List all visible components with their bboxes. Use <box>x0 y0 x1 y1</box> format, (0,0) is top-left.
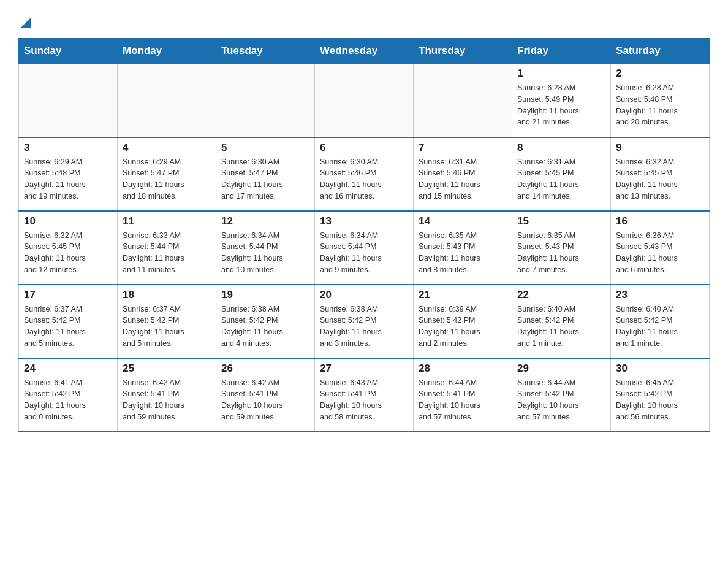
day-number: 24 <box>24 362 112 375</box>
page-header <box>18 12 710 32</box>
calendar-cell: 23Sunrise: 6:40 AM Sunset: 5:42 PM Dayli… <box>611 285 710 358</box>
day-info: Sunrise: 6:45 AM Sunset: 5:42 PM Dayligh… <box>616 377 704 423</box>
day-info: Sunrise: 6:39 AM Sunset: 5:42 PM Dayligh… <box>419 304 507 350</box>
day-number: 10 <box>24 215 112 228</box>
calendar-cell: 7Sunrise: 6:31 AM Sunset: 5:46 PM Daylig… <box>414 137 512 211</box>
calendar-cell: 8Sunrise: 6:31 AM Sunset: 5:45 PM Daylig… <box>512 137 611 211</box>
calendar-cell <box>19 64 118 137</box>
day-number: 16 <box>616 215 704 228</box>
day-info: Sunrise: 6:38 AM Sunset: 5:42 PM Dayligh… <box>320 304 408 350</box>
calendar-cell: 1Sunrise: 6:28 AM Sunset: 5:49 PM Daylig… <box>512 64 611 137</box>
day-info: Sunrise: 6:28 AM Sunset: 5:48 PM Dayligh… <box>616 82 704 128</box>
calendar-cell: 3Sunrise: 6:29 AM Sunset: 5:48 PM Daylig… <box>19 137 118 211</box>
calendar-cell: 20Sunrise: 6:38 AM Sunset: 5:42 PM Dayli… <box>315 285 414 358</box>
calendar-cell <box>315 64 414 137</box>
day-number: 29 <box>517 362 605 375</box>
header-tuesday: Tuesday <box>216 39 315 64</box>
day-number: 15 <box>517 215 605 228</box>
calendar-cell: 14Sunrise: 6:35 AM Sunset: 5:43 PM Dayli… <box>414 211 512 285</box>
calendar-cell: 26Sunrise: 6:42 AM Sunset: 5:41 PM Dayli… <box>216 358 315 432</box>
day-number: 28 <box>419 362 507 375</box>
header-saturday: Saturday <box>611 39 710 64</box>
day-info: Sunrise: 6:40 AM Sunset: 5:42 PM Dayligh… <box>616 304 704 350</box>
day-info: Sunrise: 6:37 AM Sunset: 5:42 PM Dayligh… <box>24 304 112 350</box>
calendar-table: SundayMondayTuesdayWednesdayThursdayFrid… <box>18 38 710 432</box>
day-info: Sunrise: 6:32 AM Sunset: 5:45 PM Dayligh… <box>24 230 112 276</box>
calendar-cell: 9Sunrise: 6:32 AM Sunset: 5:45 PM Daylig… <box>611 137 710 211</box>
day-info: Sunrise: 6:44 AM Sunset: 5:42 PM Dayligh… <box>517 377 605 423</box>
day-info: Sunrise: 6:31 AM Sunset: 5:46 PM Dayligh… <box>419 156 507 202</box>
day-number: 8 <box>517 142 605 154</box>
day-info: Sunrise: 6:28 AM Sunset: 5:49 PM Dayligh… <box>517 82 605 128</box>
day-info: Sunrise: 6:42 AM Sunset: 5:41 PM Dayligh… <box>221 377 309 423</box>
calendar-cell: 2Sunrise: 6:28 AM Sunset: 5:48 PM Daylig… <box>611 64 710 137</box>
day-info: Sunrise: 6:29 AM Sunset: 5:47 PM Dayligh… <box>123 156 211 202</box>
day-info: Sunrise: 6:36 AM Sunset: 5:43 PM Dayligh… <box>616 230 704 276</box>
calendar-cell: 19Sunrise: 6:38 AM Sunset: 5:42 PM Dayli… <box>216 285 315 358</box>
day-info: Sunrise: 6:41 AM Sunset: 5:42 PM Dayligh… <box>24 377 112 423</box>
day-number: 4 <box>123 142 211 154</box>
calendar-cell <box>118 64 216 137</box>
day-number: 2 <box>616 67 704 80</box>
calendar-cell: 11Sunrise: 6:33 AM Sunset: 5:44 PM Dayli… <box>118 211 216 285</box>
calendar-cell: 13Sunrise: 6:34 AM Sunset: 5:44 PM Dayli… <box>315 211 414 285</box>
calendar-cell: 6Sunrise: 6:30 AM Sunset: 5:46 PM Daylig… <box>315 137 414 211</box>
day-number: 7 <box>419 142 507 154</box>
day-number: 1 <box>517 67 605 80</box>
calendar-cell: 29Sunrise: 6:44 AM Sunset: 5:42 PM Dayli… <box>512 358 611 432</box>
calendar-cell: 28Sunrise: 6:44 AM Sunset: 5:41 PM Dayli… <box>414 358 512 432</box>
day-number: 6 <box>320 142 408 154</box>
calendar-cell: 21Sunrise: 6:39 AM Sunset: 5:42 PM Dayli… <box>414 285 512 358</box>
calendar-cell: 22Sunrise: 6:40 AM Sunset: 5:42 PM Dayli… <box>512 285 611 358</box>
day-info: Sunrise: 6:34 AM Sunset: 5:44 PM Dayligh… <box>320 230 408 276</box>
header-sunday: Sunday <box>19 39 118 64</box>
calendar-cell: 16Sunrise: 6:36 AM Sunset: 5:43 PM Dayli… <box>611 211 710 285</box>
day-info: Sunrise: 6:34 AM Sunset: 5:44 PM Dayligh… <box>221 230 309 276</box>
day-info: Sunrise: 6:30 AM Sunset: 5:46 PM Dayligh… <box>320 156 408 202</box>
day-number: 27 <box>320 362 408 375</box>
calendar-cell: 25Sunrise: 6:42 AM Sunset: 5:41 PM Dayli… <box>118 358 216 432</box>
day-info: Sunrise: 6:38 AM Sunset: 5:42 PM Dayligh… <box>221 304 309 350</box>
logo-triangle-icon <box>20 17 31 28</box>
day-info: Sunrise: 6:37 AM Sunset: 5:42 PM Dayligh… <box>123 304 211 350</box>
day-info: Sunrise: 6:33 AM Sunset: 5:44 PM Dayligh… <box>123 230 211 276</box>
day-number: 19 <box>221 289 309 301</box>
day-info: Sunrise: 6:30 AM Sunset: 5:47 PM Dayligh… <box>221 156 309 202</box>
logo <box>18 18 31 32</box>
day-info: Sunrise: 6:29 AM Sunset: 5:48 PM Dayligh… <box>24 156 112 202</box>
day-number: 21 <box>419 289 507 301</box>
week-row-1: 1Sunrise: 6:28 AM Sunset: 5:49 PM Daylig… <box>19 64 710 137</box>
day-number: 12 <box>221 215 309 228</box>
day-number: 20 <box>320 289 408 301</box>
day-number: 23 <box>616 289 704 301</box>
day-info: Sunrise: 6:44 AM Sunset: 5:41 PM Dayligh… <box>419 377 507 423</box>
day-number: 9 <box>616 142 704 154</box>
week-row-2: 3Sunrise: 6:29 AM Sunset: 5:48 PM Daylig… <box>19 137 710 211</box>
calendar-cell: 24Sunrise: 6:41 AM Sunset: 5:42 PM Dayli… <box>19 358 118 432</box>
calendar-cell: 15Sunrise: 6:35 AM Sunset: 5:43 PM Dayli… <box>512 211 611 285</box>
header-monday: Monday <box>118 39 216 64</box>
calendar-cell <box>414 64 512 137</box>
day-number: 11 <box>123 215 211 228</box>
calendar-cell: 12Sunrise: 6:34 AM Sunset: 5:44 PM Dayli… <box>216 211 315 285</box>
calendar-cell: 27Sunrise: 6:43 AM Sunset: 5:41 PM Dayli… <box>315 358 414 432</box>
calendar-cell: 18Sunrise: 6:37 AM Sunset: 5:42 PM Dayli… <box>118 285 216 358</box>
day-number: 18 <box>123 289 211 301</box>
day-number: 14 <box>419 215 507 228</box>
calendar-cell: 5Sunrise: 6:30 AM Sunset: 5:47 PM Daylig… <box>216 137 315 211</box>
day-number: 3 <box>24 142 112 154</box>
svg-marker-0 <box>20 17 31 28</box>
day-info: Sunrise: 6:40 AM Sunset: 5:42 PM Dayligh… <box>517 304 605 350</box>
calendar-cell <box>216 64 315 137</box>
day-info: Sunrise: 6:42 AM Sunset: 5:41 PM Dayligh… <box>123 377 211 423</box>
header-wednesday: Wednesday <box>315 39 414 64</box>
day-info: Sunrise: 6:35 AM Sunset: 5:43 PM Dayligh… <box>517 230 605 276</box>
calendar-cell: 10Sunrise: 6:32 AM Sunset: 5:45 PM Dayli… <box>19 211 118 285</box>
day-number: 13 <box>320 215 408 228</box>
week-row-4: 17Sunrise: 6:37 AM Sunset: 5:42 PM Dayli… <box>19 285 710 358</box>
day-number: 17 <box>24 289 112 301</box>
day-info: Sunrise: 6:43 AM Sunset: 5:41 PM Dayligh… <box>320 377 408 423</box>
header-thursday: Thursday <box>414 39 512 64</box>
week-row-3: 10Sunrise: 6:32 AM Sunset: 5:45 PM Dayli… <box>19 211 710 285</box>
day-number: 30 <box>616 362 704 375</box>
